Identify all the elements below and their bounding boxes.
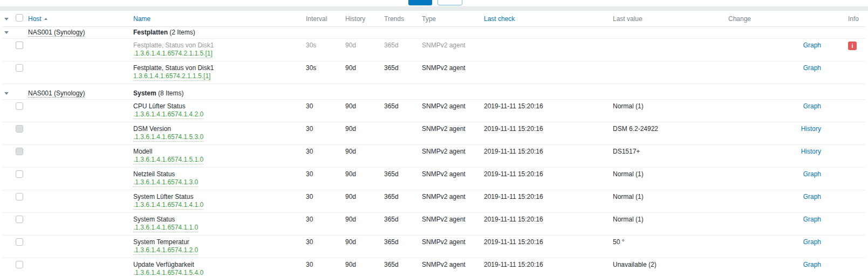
item-name: DSM Version	[133, 125, 300, 133]
item-type: SNMPv2 agent	[419, 236, 481, 258]
item-checkbox	[16, 125, 23, 133]
history-link[interactable]: History	[801, 125, 821, 133]
graph-link[interactable]: Graph	[803, 170, 821, 178]
sort-host-header[interactable]: Host	[28, 15, 47, 23]
item-snmp-oid-link[interactable]: .1.3.6.1.4.1.6574.1.3.0	[133, 178, 198, 187]
graph-link[interactable]: Graph	[803, 193, 821, 200]
item-snmp-oid-link[interactable]: .1.3.6.1.4.1.6574.1.2.0	[133, 246, 198, 255]
item-interval: 30	[303, 122, 343, 145]
item-snmp-oid-link[interactable]: .1.3.6.1.4.1.6574.1.5.4.0	[133, 269, 203, 277]
item-trends: 365d	[381, 61, 419, 84]
item-last-check: 2019-11-11 15:20:16	[481, 168, 610, 190]
item-last-value: Normal (1)	[610, 100, 726, 122]
collapse-group-icon[interactable]	[4, 92, 9, 95]
item-last-value: Normal (1)	[610, 168, 726, 190]
graph-link[interactable]: Graph	[803, 238, 821, 246]
item-snmp-oid-link[interactable]: 1.3.6.1.4.1.6574.2.1.1.5.[1]	[133, 72, 210, 81]
item-row: System Status.1.3.6.1.4.1.6574.1.1.03090…	[3, 213, 865, 236]
item-checkbox[interactable]	[16, 102, 23, 110]
host-link[interactable]: NAS001 (Synology)	[28, 89, 85, 98]
type-column-header: Type	[419, 11, 481, 27]
item-row: Festplatte, Status von Disk1.1.3.6.1.4.1…	[3, 39, 865, 61]
item-history: 90d	[343, 236, 381, 258]
interval-column-header: Interval	[303, 11, 343, 27]
item-change	[726, 122, 790, 145]
item-history: 90d	[343, 122, 381, 145]
item-trends: 365d	[381, 100, 419, 122]
item-history: 90d	[343, 213, 381, 236]
group-row: NAS001 (Synology)System (8 Items)	[3, 84, 865, 100]
table-body: NAS001 (Synology)Festplatten (2 Items)Fe…	[3, 27, 865, 277]
item-row: Netzteil Status.1.3.6.1.4.1.6574.1.3.030…	[3, 168, 865, 190]
item-checkbox[interactable]	[16, 41, 23, 49]
filter-apply-button[interactable]	[408, 0, 432, 5]
item-last-check: 2019-11-11 15:20:16	[481, 190, 610, 213]
item-last-check	[481, 39, 610, 61]
item-snmp-oid-link[interactable]: .1.3.6.1.4.1.6574.1.4.1.0	[133, 201, 203, 210]
item-change	[726, 236, 790, 258]
sort-name-header[interactable]: Name	[133, 15, 151, 23]
item-change	[726, 258, 790, 277]
sort-last-check-header[interactable]: Last check	[484, 15, 515, 23]
item-trends: 365d	[381, 168, 419, 190]
item-type: SNMPv2 agent	[419, 213, 481, 236]
item-interval: 30	[303, 213, 343, 236]
select-all-checkbox[interactable]	[16, 14, 23, 22]
item-trends: 365d	[381, 236, 419, 258]
item-type: SNMPv2 agent	[419, 100, 481, 122]
item-snmp-oid-link[interactable]: .1.3.6.1.4.1.6574.1.4.2.0	[133, 110, 203, 119]
item-snmp-oid-link[interactable]: .1.3.6.1.4.1.6574.2.1.1.5.[1]	[133, 50, 213, 58]
graph-link[interactable]: Graph	[803, 41, 821, 49]
item-row: Update Verfügbarkeit.1.3.6.1.4.1.6574.1.…	[3, 258, 865, 277]
item-checkbox[interactable]	[16, 193, 23, 200]
item-interval: 30s	[303, 61, 343, 84]
item-interval: 30	[303, 168, 343, 190]
history-column-header: History	[343, 11, 381, 27]
host-link[interactable]: NAS001 (Synology)	[28, 29, 85, 37]
item-last-check: 2019-11-11 15:20:16	[481, 100, 610, 122]
item-name: Festplatte, Status von Disk1	[133, 64, 300, 72]
change-column-header: Change	[726, 11, 790, 27]
item-type: SNMPv2 agent	[419, 145, 481, 168]
host-column-label: Host	[28, 15, 42, 23]
item-name: System Lüfter Status	[133, 193, 300, 201]
item-type: SNMPv2 agent	[419, 122, 481, 145]
item-history: 90d	[343, 168, 381, 190]
item-snmp-oid-link[interactable]: .1.3.6.1.4.1.6574.1.5.1.0	[133, 156, 203, 164]
graph-link[interactable]: Graph	[803, 64, 821, 72]
error-info-icon[interactable]: i	[848, 41, 857, 50]
filter-reset-button[interactable]	[438, 0, 462, 5]
item-row: Modell.1.3.6.1.4.1.6574.1.5.1.03090dSNMP…	[3, 145, 865, 168]
item-snmp-oid-link[interactable]: .1.3.6.1.4.1.6574.1.1.0	[133, 224, 198, 232]
item-last-check: 2019-11-11 15:20:16	[481, 145, 610, 168]
toggle-all-groups-icon[interactable]	[4, 18, 9, 20]
item-name: CPU Lüfter Status	[133, 102, 300, 110]
history-link[interactable]: History	[801, 148, 821, 155]
item-row: Festplatte, Status von Disk11.3.6.1.4.1.…	[3, 61, 865, 84]
item-checkbox[interactable]	[16, 238, 23, 246]
item-trends	[381, 122, 419, 145]
info-column-header: Info	[824, 11, 865, 27]
item-last-value: DS1517+	[610, 145, 726, 168]
item-last-check: 2019-11-11 15:20:16	[481, 122, 610, 145]
item-checkbox[interactable]	[16, 216, 23, 223]
item-snmp-oid-link[interactable]: .1.3.6.1.4.1.6574.1.5.3.0	[133, 133, 203, 142]
item-name: Update Verfügbarkeit	[133, 261, 300, 269]
item-last-value	[610, 39, 726, 61]
item-checkbox[interactable]	[16, 170, 23, 178]
item-name: Festplatte, Status von Disk1	[133, 41, 300, 50]
graph-link[interactable]: Graph	[803, 261, 821, 268]
item-checkbox[interactable]	[16, 261, 23, 268]
collapse-group-icon[interactable]	[4, 31, 9, 34]
item-history: 90d	[343, 190, 381, 213]
item-last-value: Normal (1)	[610, 190, 726, 213]
table-header-row: Host Name Interval History Trends Type L…	[3, 11, 865, 27]
graph-link[interactable]: Graph	[803, 216, 821, 223]
item-interval: 30	[303, 190, 343, 213]
item-history: 90d	[343, 100, 381, 122]
item-interval: 30	[303, 145, 343, 168]
application-item-count: (8 Items)	[158, 89, 183, 97]
item-type: SNMPv2 agent	[419, 39, 481, 61]
item-checkbox[interactable]	[16, 64, 23, 72]
graph-link[interactable]: Graph	[803, 102, 821, 110]
